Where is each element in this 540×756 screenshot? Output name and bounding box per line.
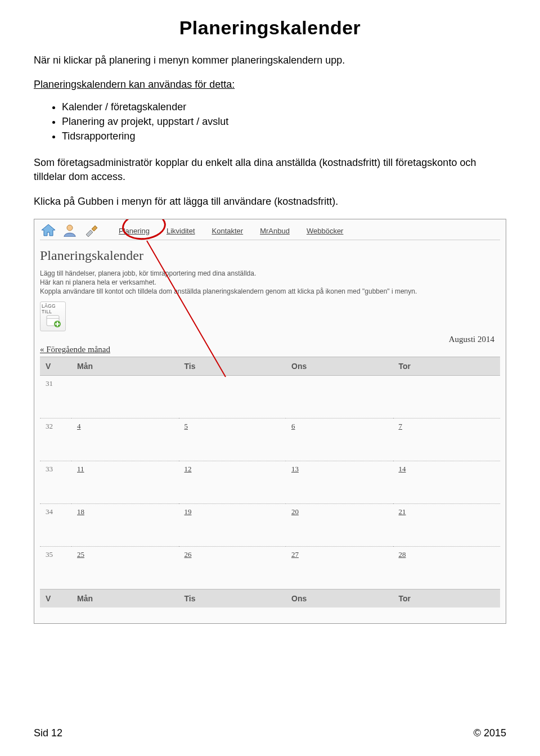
week-number: 33 bbox=[40, 461, 71, 504]
desc-line: Lägg till händelser, planera jobb, kör t… bbox=[40, 269, 500, 278]
day-number: 18 bbox=[77, 507, 84, 516]
day-number: 6 bbox=[291, 422, 295, 430]
table-row: 3418192021 bbox=[40, 504, 500, 547]
page-footer: Sid 12 © 2015 bbox=[34, 727, 506, 739]
day-number: 13 bbox=[291, 465, 299, 473]
bullet-item: Tidsrapportering bbox=[62, 129, 506, 143]
bullet-list: Kalender / företagskalender Planering av… bbox=[62, 100, 506, 143]
col-header-tue: Tis bbox=[179, 357, 286, 376]
app-heading: Planeringskalender bbox=[40, 248, 500, 263]
footer-copyright: © 2015 bbox=[474, 727, 506, 739]
day-number: 4 bbox=[77, 422, 81, 430]
add-plus-icon bbox=[45, 315, 61, 330]
col-header-wed: Ons bbox=[286, 357, 393, 376]
svg-marker-1 bbox=[42, 224, 55, 236]
day-number: 11 bbox=[77, 465, 84, 473]
desc-line: Koppla användare till kontot och tilldel… bbox=[40, 287, 500, 296]
add-button-label: LÄGG TILL bbox=[42, 303, 64, 314]
calendar-cell[interactable]: 14 bbox=[393, 461, 501, 504]
tools-icon[interactable] bbox=[83, 223, 100, 237]
calendar-cell[interactable]: 11 bbox=[71, 461, 179, 504]
footer-page: Sid 12 bbox=[34, 727, 62, 739]
calendar-cell[interactable] bbox=[71, 376, 179, 418]
table-row: 31 bbox=[40, 376, 500, 418]
calendar-cell[interactable]: 25 bbox=[71, 547, 179, 590]
calendar-cell[interactable]: 19 bbox=[179, 504, 286, 547]
month-label: Augusti 2014 bbox=[449, 335, 494, 344]
calendar-cell[interactable]: 28 bbox=[393, 547, 501, 590]
calendar-cell[interactable]: 6 bbox=[286, 418, 393, 461]
page-title: Planeringskalender bbox=[34, 17, 506, 39]
bullet-item: Kalender / företagskalender bbox=[62, 100, 506, 114]
day-number: 20 bbox=[291, 507, 299, 516]
user-icon[interactable] bbox=[61, 223, 78, 237]
col-footer-thu: Tor bbox=[393, 590, 501, 608]
table-row: 3525262728 bbox=[40, 547, 500, 590]
intro-text: När ni klickar på planering i menyn komm… bbox=[34, 55, 506, 66]
calendar-cell[interactable] bbox=[286, 376, 393, 418]
calendar-cell[interactable]: 26 bbox=[179, 547, 286, 590]
calendar-cell[interactable]: 18 bbox=[71, 504, 179, 547]
calendar-cell[interactable]: 20 bbox=[286, 504, 393, 547]
day-number: 7 bbox=[399, 422, 403, 430]
day-number: 19 bbox=[184, 507, 192, 516]
col-footer-mon: Mån bbox=[71, 590, 179, 608]
day-number: 26 bbox=[184, 550, 192, 559]
home-icon[interactable] bbox=[40, 223, 57, 237]
screenshot-frame: Planering Likviditet Kontakter MrAnbud W… bbox=[34, 219, 506, 624]
app-description: Lägg till händelser, planera jobb, kör t… bbox=[40, 269, 500, 296]
menu-item-likviditet[interactable]: Likviditet bbox=[166, 227, 195, 235]
week-number: 34 bbox=[40, 504, 71, 547]
add-button[interactable]: LÄGG TILL bbox=[40, 302, 66, 331]
day-number: 27 bbox=[291, 550, 299, 559]
calendar-table: V Mån Tis Ons Tor 3132456733111213143418… bbox=[40, 357, 500, 608]
week-number: 32 bbox=[40, 418, 71, 461]
menu-item-planering[interactable]: Planering bbox=[119, 227, 150, 235]
calendar-cell[interactable]: 21 bbox=[393, 504, 501, 547]
subhead: Planeringskalendern kan användas för det… bbox=[34, 79, 506, 91]
col-footer-tue: Tis bbox=[179, 590, 286, 608]
calendar-cell[interactable]: 5 bbox=[179, 418, 286, 461]
calendar-cell[interactable]: 7 bbox=[393, 418, 501, 461]
col-footer-wed: Ons bbox=[286, 590, 393, 608]
calendar-cell[interactable]: 13 bbox=[286, 461, 393, 504]
week-number: 35 bbox=[40, 547, 71, 590]
col-header-thu: Tor bbox=[393, 357, 501, 376]
day-number: 28 bbox=[399, 550, 406, 559]
app-menu: Planering Likviditet Kontakter MrAnbud W… bbox=[119, 227, 343, 237]
menu-item-kontakter[interactable]: Kontakter bbox=[212, 227, 244, 235]
prev-month-link[interactable]: « Föregående månad bbox=[40, 345, 110, 354]
col-header-mon: Mån bbox=[71, 357, 179, 376]
day-number: 25 bbox=[77, 550, 84, 559]
paragraph: Som företagsadministratör kopplar du enk… bbox=[34, 156, 506, 184]
col-footer-week: V bbox=[40, 590, 71, 608]
calendar-cell[interactable] bbox=[393, 376, 501, 418]
week-number: 31 bbox=[40, 376, 71, 418]
day-number: 5 bbox=[184, 422, 188, 430]
paragraph: Klicka på Gubben i menyn för att lägga t… bbox=[34, 195, 506, 209]
day-number: 14 bbox=[399, 465, 406, 473]
table-row: 3311121314 bbox=[40, 461, 500, 504]
calendar-cell[interactable]: 4 bbox=[71, 418, 179, 461]
calendar-cell[interactable]: 12 bbox=[179, 461, 286, 504]
menu-item-webbocker[interactable]: Webböcker bbox=[307, 227, 344, 235]
desc-line: Här kan ni planera hela er verksamhet. bbox=[40, 278, 500, 287]
app-toolbar: Planering Likviditet Kontakter MrAnbud W… bbox=[40, 223, 500, 240]
day-number: 12 bbox=[184, 465, 192, 473]
calendar-cell[interactable] bbox=[179, 376, 286, 418]
menu-item-mranbud[interactable]: MrAnbud bbox=[260, 227, 290, 235]
table-row: 324567 bbox=[40, 418, 500, 461]
svg-point-2 bbox=[67, 225, 73, 231]
calendar-cell[interactable]: 27 bbox=[286, 547, 393, 590]
col-header-week: V bbox=[40, 357, 71, 376]
bullet-item: Planering av projekt, uppstart / avslut bbox=[62, 114, 506, 129]
day-number: 21 bbox=[399, 507, 406, 516]
